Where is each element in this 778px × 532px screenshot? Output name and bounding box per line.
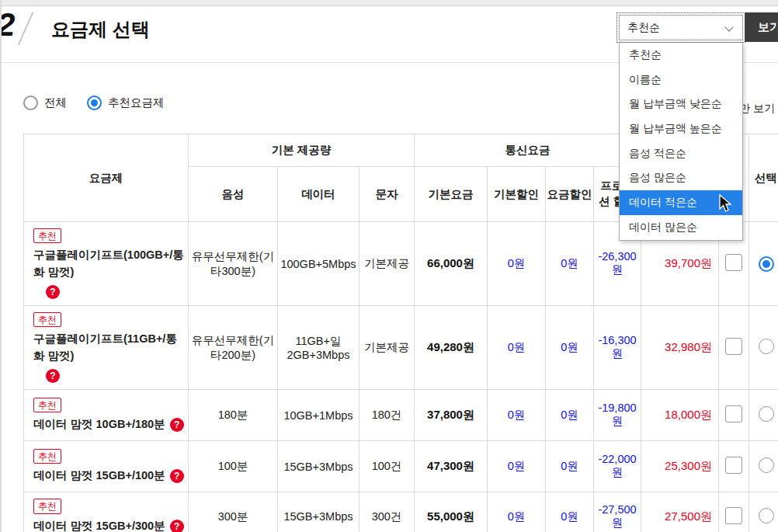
table-row: 추천 구글플레이기프트(11GB+/통화 맘껏) ? 유무선무제한(기타200분… <box>24 306 778 390</box>
plan-filter-group: 전체 추천요금제 <box>23 96 165 110</box>
plan-select-radio[interactable] <box>759 339 774 354</box>
filter-recommended-label: 추천요금제 <box>108 96 165 110</box>
step-slash-decoration <box>18 12 34 46</box>
cell-base-discount: 0원 <box>488 492 546 532</box>
cell-base-fee: 55,000원 <box>415 492 488 532</box>
filter-all-label: 전체 <box>44 96 67 110</box>
plan-cell: 추천 데이터 맘껏 10GB+/180분? <box>24 390 189 441</box>
header-voice: 음성 <box>189 167 278 222</box>
cell-base-fee: 47,300원 <box>415 441 488 492</box>
cell-data: 10GB+1Mbps <box>278 390 359 441</box>
plan-cell: 추천 구글플레이기프트(11GB+/통화 맘껏) ? <box>24 306 189 390</box>
cell-fee-discount: 0원 <box>546 492 594 532</box>
radio-icon[interactable] <box>23 96 38 110</box>
cell-promo-discount: -22,000원 <box>594 441 641 492</box>
cell-fee-discount: 0원 <box>546 390 594 441</box>
help-icon[interactable]: ? <box>170 520 184 532</box>
plan-name: 구글플레이기프트(100GB+/통화 맘껏) <box>33 247 186 281</box>
select-radio-cell <box>749 492 778 532</box>
select-radio-cell <box>749 390 778 441</box>
header-base-discount: 기본할인 <box>488 167 546 222</box>
cell-data: 100GB+5Mbps <box>278 222 359 306</box>
plan-name: 데이터 맘껏 15GB+/100분? <box>33 468 186 485</box>
radio-selected-icon[interactable] <box>87 96 102 110</box>
plan-name: 데이터 맘껏 15GB+/300분? <box>33 518 186 532</box>
plan-cell: 추천 구글플레이기프트(100GB+/통화 맘껏) ? <box>24 222 189 306</box>
compare-checkbox[interactable] <box>725 338 742 355</box>
plan-select-radio[interactable] <box>759 508 774 523</box>
chevron-down-icon <box>724 23 733 31</box>
cell-voice: 300분 <box>189 492 278 532</box>
cell-fee-discount: 0원 <box>546 441 594 492</box>
table-row: 추천 데이터 맘껏 15GB+/300분? 300분 15GB+3Mbps 30… <box>24 492 778 532</box>
filter-recommended-radio[interactable]: 추천요금제 <box>87 96 165 110</box>
cell-monthly-total: 27,500원 <box>641 492 719 532</box>
select-radio-cell <box>749 441 778 492</box>
cell-monthly-total: 25,300원 <box>641 441 719 492</box>
recommended-badge: 추천 <box>33 449 61 464</box>
plan-select-radio[interactable] <box>759 256 774 272</box>
cell-promo-discount: -27,500원 <box>594 492 641 532</box>
window-top-strip <box>0 0 778 6</box>
plan-select-radio[interactable] <box>759 457 774 473</box>
cell-data: 15GB+3Mbps <box>278 441 359 492</box>
sort-dropdown-menu: 추천순 이름순 월 납부금액 낮은순 월 납부금액 높은순 음성 적은순 음성 … <box>619 42 743 241</box>
select-radio-cell <box>749 222 778 306</box>
plan-cell: 추천 데이터 맘껏 15GB+/100분? <box>24 441 189 492</box>
header-select: 선택 <box>749 134 778 222</box>
cell-sms: 100건 <box>359 441 415 492</box>
help-icon[interactable]: ? <box>46 285 60 299</box>
recommended-badge: 추천 <box>33 228 61 243</box>
cell-data: 15GB+3Mbps <box>278 492 359 532</box>
mouse-cursor-icon <box>719 194 733 213</box>
sort-select[interactable]: 추천순 <box>619 15 743 40</box>
sort-option-recommended[interactable]: 추천순 <box>620 43 742 68</box>
filter-all-radio[interactable]: 전체 <box>23 96 67 110</box>
cell-base-discount: 0원 <box>488 222 546 306</box>
header-plan: 요금제 <box>24 134 189 222</box>
view-button[interactable]: 보기 <box>745 12 778 42</box>
plan-name: 데이터 맘껏 10GB+/180분? <box>33 416 186 433</box>
compare-checkbox[interactable] <box>725 405 742 422</box>
sort-option-data-high[interactable]: 데이터 많은순 <box>620 215 742 240</box>
compare-checkbox[interactable] <box>725 254 742 271</box>
sort-option-voice-high[interactable]: 음성 많은순 <box>620 165 742 190</box>
compare-checkbox[interactable] <box>725 457 742 474</box>
help-icon[interactable]: ? <box>170 418 184 432</box>
header-fees-group: 통신요금 <box>415 134 641 167</box>
sort-option-voice-low[interactable]: 음성 적은순 <box>620 141 742 166</box>
sort-option-data-low[interactable]: 데이터 적은순 <box>620 190 742 215</box>
cell-sms: 300건 <box>359 492 415 532</box>
help-icon[interactable]: ? <box>170 469 184 483</box>
select-radio-cell <box>749 306 778 390</box>
recommended-badge: 추천 <box>33 312 61 327</box>
compare-checkbox-cell <box>719 306 749 390</box>
cell-base-fee: 37,800원 <box>415 390 488 441</box>
header-sms: 문자 <box>359 167 415 222</box>
recommended-badge: 추천 <box>33 398 61 412</box>
compare-checkbox-cell <box>719 390 749 441</box>
sort-option-name[interactable]: 이름순 <box>620 68 742 92</box>
cell-sms: 기본제공 <box>359 306 415 390</box>
cell-promo-discount: -19,800원 <box>594 390 641 441</box>
plan-cell: 추천 데이터 맘껏 15GB+/300분? <box>24 492 189 532</box>
plan-name: 구글플레이기프트(11GB+/통화 맘껏) <box>33 331 186 365</box>
compare-checkbox[interactable] <box>725 507 742 524</box>
help-icon[interactable]: ? <box>46 369 60 383</box>
table-row: 추천 데이터 맘껏 15GB+/100분? 100분 15GB+3Mbps 10… <box>24 441 778 492</box>
cell-base-fee: 66,000원 <box>415 222 488 306</box>
plan-select-radio[interactable] <box>759 406 774 422</box>
cell-voice: 유무선무제한(기타200분) <box>189 306 278 390</box>
sort-select-value: 추천순 <box>627 21 660 35</box>
sort-option-monthly-low[interactable]: 월 납부금액 낮은순 <box>620 92 742 116</box>
cell-voice: 180분 <box>189 390 278 441</box>
cell-base-discount: 0원 <box>488 441 546 492</box>
page-title: 요금제 선택 <box>51 17 150 42</box>
compare-checkbox-cell <box>719 441 749 492</box>
cell-base-fee: 49,280원 <box>415 306 488 390</box>
header-allowance-group: 기본 제공량 <box>189 134 415 167</box>
compare-checkbox-cell <box>719 492 749 532</box>
sort-option-monthly-high[interactable]: 월 납부금액 높은순 <box>620 116 742 141</box>
header-base-fee: 기본요금 <box>415 167 488 222</box>
cell-fee-discount: 0원 <box>546 222 594 306</box>
